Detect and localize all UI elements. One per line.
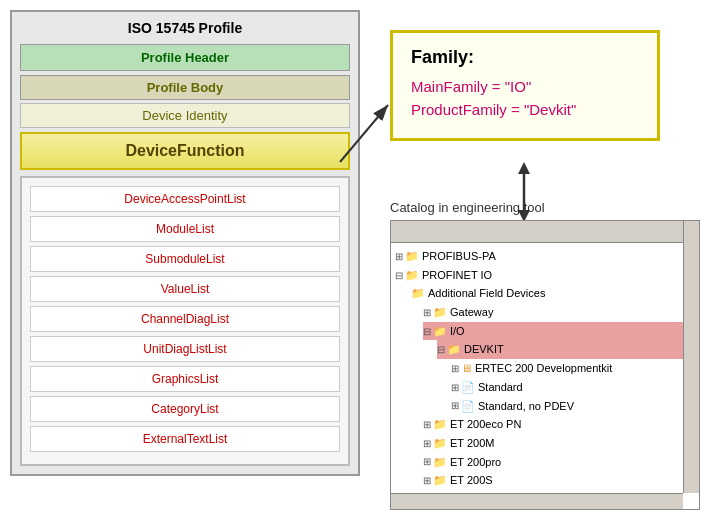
tree-item-label: ET 200pro bbox=[450, 453, 501, 472]
catalog-tree: ⊞ 📁PROFIBUS-PA⊟ 📁PROFINET IO 📁Additional… bbox=[391, 243, 699, 510]
svg-marker-3 bbox=[518, 162, 530, 174]
expand-icon[interactable]: ⊞ bbox=[451, 379, 459, 396]
device-identity: Device Identity bbox=[20, 103, 350, 128]
catalog-scrollbar-bottom[interactable] bbox=[391, 493, 683, 509]
catalog-scrollbar-right[interactable] bbox=[683, 221, 699, 493]
expand-icon[interactable]: ⊞ bbox=[395, 248, 403, 265]
tree-row[interactable]: ⊞ 📁Gateway bbox=[423, 303, 695, 322]
profile-body: Profile Body bbox=[20, 75, 350, 100]
family-box: Family: MainFamily = "IO" ProductFamily … bbox=[390, 30, 660, 141]
folder-icon: 📁 bbox=[433, 471, 447, 490]
tree-item-label: ET 200S bbox=[450, 471, 493, 490]
list-item: ModuleList bbox=[30, 216, 340, 242]
tree-item-label: Gateway bbox=[450, 303, 493, 322]
tree-row[interactable]: ⊞ 📁ET 200M bbox=[423, 434, 695, 453]
tree-row[interactable]: ⊞ 📄Standard, no PDEV bbox=[451, 397, 695, 416]
folder-icon: 📁 bbox=[411, 284, 425, 303]
list-item: CategoryList bbox=[30, 396, 340, 422]
expand-icon[interactable]: ⊞ bbox=[451, 397, 459, 414]
catalog-box: ⊞ 📁PROFIBUS-PA⊟ 📁PROFINET IO 📁Additional… bbox=[390, 220, 700, 510]
tree-item-label: Additional Field Devices bbox=[428, 284, 545, 303]
expand-icon[interactable]: ⊟ bbox=[437, 341, 445, 358]
family-line1: MainFamily = "IO" bbox=[411, 78, 639, 95]
tree-item-label: ERTEC 200 Developmentkit bbox=[475, 359, 612, 378]
folder-icon: 📁 bbox=[433, 434, 447, 453]
device-function: DeviceFunction bbox=[20, 132, 350, 170]
iso-profile-diagram: ISO 15745 Profile Profile Header Profile… bbox=[10, 10, 360, 476]
folder-icon: 📄 bbox=[461, 397, 475, 416]
folder-icon: 🖥 bbox=[461, 359, 472, 378]
expand-icon[interactable]: ⊞ bbox=[423, 453, 431, 470]
list-item: SubmoduleList bbox=[30, 246, 340, 272]
iso-title: ISO 15745 Profile bbox=[20, 20, 350, 36]
tree-item-label: PROFIBUS-PA bbox=[422, 247, 496, 266]
tree-row[interactable]: ⊟ 📁I/O bbox=[423, 322, 695, 341]
folder-icon: 📁 bbox=[433, 453, 447, 472]
tree-item-label: Standard bbox=[478, 378, 523, 397]
list-items-box: DeviceAccessPointListModuleListSubmodule… bbox=[20, 176, 350, 466]
tree-row[interactable]: 📁Additional Field Devices bbox=[409, 284, 695, 303]
tree-row[interactable]: ⊞ 📁ET 200pro bbox=[423, 453, 695, 472]
expand-icon[interactable]: ⊟ bbox=[423, 323, 431, 340]
profile-header: Profile Header bbox=[20, 44, 350, 71]
folder-icon: 📁 bbox=[433, 322, 447, 341]
folder-icon: 📁 bbox=[447, 340, 461, 359]
tree-row[interactable]: ⊞ 📁PROFIBUS-PA bbox=[395, 247, 695, 266]
iso-box: ISO 15745 Profile Profile Header Profile… bbox=[10, 10, 360, 476]
expand-icon[interactable]: ⊟ bbox=[395, 267, 403, 284]
list-item: ValueList bbox=[30, 276, 340, 302]
expand-icon[interactable]: ⊞ bbox=[423, 416, 431, 433]
tree-item-label: I/O bbox=[450, 322, 465, 341]
folder-icon: 📁 bbox=[405, 247, 419, 266]
list-item: GraphicsList bbox=[30, 366, 340, 392]
folder-icon: 📄 bbox=[461, 378, 475, 397]
tree-row[interactable]: ⊞ 📄Standard bbox=[451, 378, 695, 397]
tree-row[interactable]: ⊞ 📁ET 200S bbox=[423, 471, 695, 490]
list-item: ExternalTextList bbox=[30, 426, 340, 452]
tree-row[interactable]: ⊞ 📁ET 200eco PN bbox=[423, 415, 695, 434]
expand-icon[interactable]: ⊞ bbox=[423, 435, 431, 452]
tree-row[interactable]: ⊟ 📁DEVKIT bbox=[437, 340, 695, 359]
family-title: Family: bbox=[411, 47, 639, 68]
tree-row[interactable]: ⊟ 📁PROFINET IO bbox=[395, 266, 695, 285]
expand-icon[interactable]: ⊞ bbox=[423, 304, 431, 321]
tree-item-label: ET 200M bbox=[450, 434, 494, 453]
catalog-label: Catalog in engineering tool bbox=[390, 200, 545, 215]
tree-item-label: PROFINET IO bbox=[422, 266, 492, 285]
list-item: DeviceAccessPointList bbox=[30, 186, 340, 212]
tree-item-label: Standard, no PDEV bbox=[478, 397, 574, 416]
family-line2: ProductFamily = "Devkit" bbox=[411, 101, 639, 118]
expand-icon[interactable]: ⊞ bbox=[451, 360, 459, 377]
list-item: ChannelDiagList bbox=[30, 306, 340, 332]
folder-icon: 📁 bbox=[405, 266, 419, 285]
tree-row[interactable]: ⊞ 🖥ERTEC 200 Developmentkit bbox=[451, 359, 695, 378]
expand-icon[interactable]: ⊞ bbox=[423, 472, 431, 489]
tree-item-label: ET 200eco PN bbox=[450, 415, 521, 434]
expand-icon[interactable]: ⊞ bbox=[423, 509, 431, 510]
list-item: UnitDiagListList bbox=[30, 336, 340, 362]
folder-icon: 📁 bbox=[433, 303, 447, 322]
tree-item-label: DEVKIT bbox=[464, 340, 504, 359]
folder-icon: 📁 bbox=[433, 415, 447, 434]
catalog-toolbar bbox=[391, 221, 699, 243]
